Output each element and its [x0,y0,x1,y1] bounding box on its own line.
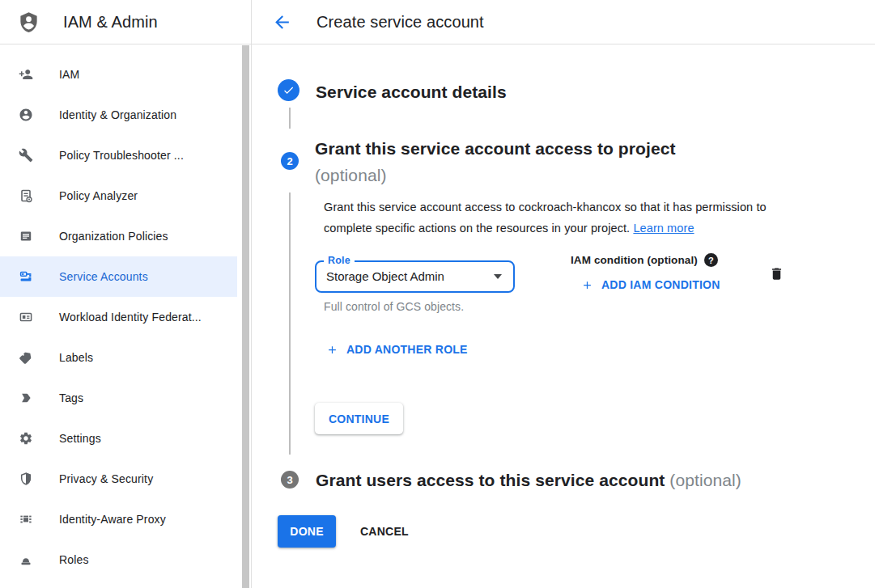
sidebar-item-policy-analyzer[interactable]: Policy Analyzer [0,176,237,216]
gcp-console-app: IAM & Admin IAM Identity & Organization [0,0,875,588]
tag-icon [19,391,33,405]
sidebar-item-tags[interactable]: Tags [0,378,237,418]
step3-title: Grant users access to this service accou… [316,469,741,491]
sidebar-item-labels[interactable]: Labels [0,337,237,378]
step-connector [289,192,291,455]
proxy-icon [19,512,33,527]
sidebar-scrollbar[interactable] [242,45,249,588]
sidebar-title: IAM & Admin [63,13,158,32]
sidebar-item-label: Policy Analyzer [59,189,138,202]
add-iam-condition-button[interactable]: ADD IAM CONDITION [581,278,720,291]
main-panel: Create service account Service account d… [252,0,875,588]
step1-complete-check-icon [278,79,299,101]
sidebar-item-label: Service Accounts [59,270,148,283]
sidebar-item-identity-aware-proxy[interactable]: Identity-Aware Proxy [0,499,237,539]
main-header: Create service account [252,0,875,44]
learn-more-link[interactable]: Learn more [633,222,694,235]
sidebar-item-label: Workload Identity Federat... [59,311,202,324]
sidebar-item-label: Organization Policies [59,230,168,243]
sidebar-item-roles[interactable]: Roles [0,539,237,580]
sidebar-item-label: Identity-Aware Proxy [59,513,166,526]
sidebar-item-service-accounts[interactable]: Service Accounts [0,256,237,297]
iam-condition-header: IAM condition (optional) ? [571,253,718,267]
service-accounts-icon [19,269,33,284]
sidebar-item-label: IAM [59,68,79,81]
gear-icon [19,431,33,446]
sidebar-item-workload-identity-federation[interactable]: Workload Identity Federat... [0,297,237,337]
shield-half-icon [19,472,33,486]
role-selected-value: Storage Object Admin [326,262,444,291]
continue-button[interactable]: CONTINUE [315,403,403,434]
sidebar-item-identity-organization[interactable]: Identity & Organization [0,95,237,135]
org-policies-icon [19,229,33,243]
step2-number-badge: 2 [281,152,299,170]
policy-analyzer-icon [19,188,33,203]
step3-number-badge: 3 [281,471,299,489]
role-helper-text: Full control of GCS objects. [324,300,464,313]
iam-admin-sidebar: IAM & Admin IAM Identity & Organization [0,0,252,588]
roles-hat-icon [19,552,33,567]
workload-identity-icon [19,310,33,324]
step1-title: Service account details [316,81,507,103]
plus-icon [326,344,338,356]
help-icon[interactable]: ? [704,253,718,267]
sidebar-item-policy-troubleshooter[interactable]: Policy Troubleshooter ... [0,135,237,176]
account-circle-icon [19,108,33,122]
step3-optional-label: (optional) [669,471,741,489]
sidebar-item-label: Roles [59,553,89,566]
done-button[interactable]: DONE [278,515,336,548]
step2-title: Grant this service account access to pro… [315,135,676,188]
sidebar-item-label: Labels [59,351,93,364]
sidebar-item-label: Policy Troubleshooter ... [59,149,184,162]
add-another-role-button[interactable]: ADD ANOTHER ROLE [326,343,468,356]
sidebar-item-label: Identity & Organization [59,108,176,121]
sidebar-nav: IAM Identity & Organization Policy Troub… [0,54,237,580]
dropdown-arrow-icon [494,274,502,279]
step2-description: Grant this service account access to coc… [324,197,803,239]
page-title: Create service account [316,13,484,32]
sidebar-header: IAM & Admin [0,0,251,44]
plus-icon [581,279,593,291]
label-icon [19,350,33,365]
iam-condition-label: IAM condition (optional) [571,254,698,266]
step2-optional-label: (optional) [315,166,387,184]
delete-role-trash-icon[interactable] [767,264,785,283]
sidebar-item-label: Settings [59,432,101,445]
sidebar-item-label: Privacy & Security [59,472,153,485]
create-service-account-form: Service account details 2 Grant this ser… [252,44,875,588]
sidebar-item-label: Tags [59,391,83,404]
iam-admin-shield-icon [18,11,40,33]
back-arrow-icon[interactable] [271,11,292,32]
role-select[interactable]: Role Storage Object Admin [315,260,515,293]
person-add-icon [19,67,33,82]
step-connector [289,108,291,129]
sidebar-item-settings[interactable]: Settings [0,418,237,459]
sidebar-item-organization-policies[interactable]: Organization Policies [0,216,237,256]
sidebar-item-iam[interactable]: IAM [0,54,237,95]
cancel-button[interactable]: CANCEL [360,515,409,548]
wrench-icon [19,148,33,163]
sidebar-item-privacy-security[interactable]: Privacy & Security [0,459,237,499]
